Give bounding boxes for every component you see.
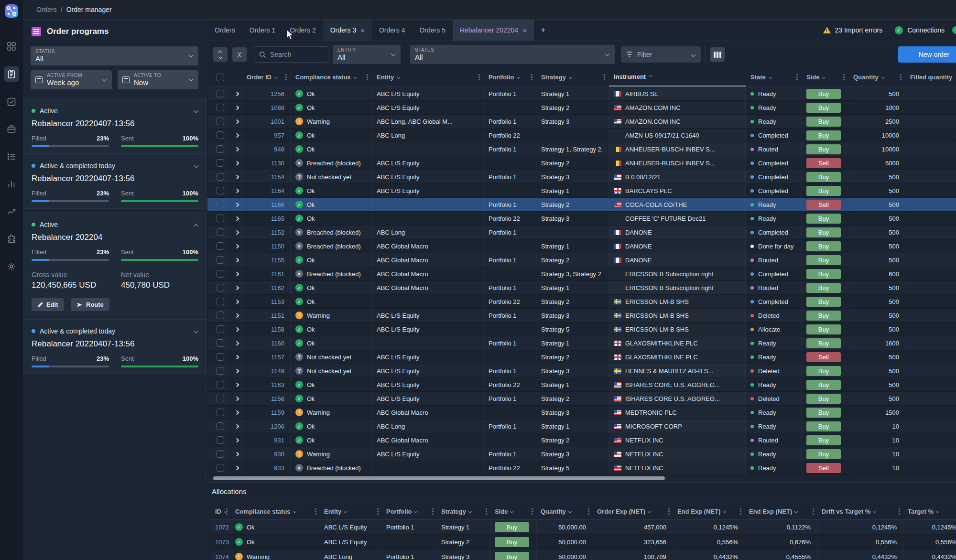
column-menu-icon[interactable] <box>843 76 845 78</box>
expand-row-icon[interactable] <box>235 438 239 442</box>
order-id-link[interactable]: 1001 <box>242 115 291 128</box>
table-row[interactable]: 1151 !Warning ABC L/S Equity Portfolio 1… <box>207 309 956 323</box>
order-id-link[interactable]: 1163 <box>242 378 291 391</box>
column-menu-icon[interactable] <box>813 511 814 512</box>
program-card-expanded[interactable]: Active Rebalancer 202204 Filled 23% Sent… <box>23 213 206 319</box>
expand-row-icon[interactable] <box>235 188 239 193</box>
row-checkbox[interactable] <box>217 145 224 153</box>
order-id-link[interactable]: 1149 <box>242 364 291 377</box>
column-menu-icon[interactable] <box>315 511 316 512</box>
order-id-link[interactable]: 1158 <box>242 323 291 336</box>
entity-filter[interactable]: ENTITY All <box>333 45 401 64</box>
order-id-link[interactable]: 1256 <box>242 87 291 100</box>
column-menu-icon[interactable] <box>377 511 379 512</box>
table-row[interactable]: 1152 ×Breached (blocked) ABC Long Portfo… <box>207 226 956 239</box>
expand-row-icon[interactable] <box>235 147 239 151</box>
tab-orders[interactable]: Orders <box>207 20 242 41</box>
nav-portfolio-icon[interactable] <box>4 121 19 137</box>
app-logo[interactable] <box>4 4 19 18</box>
row-checkbox[interactable] <box>217 409 224 416</box>
table-row[interactable]: 1157 ?Not checked yet ABC L/S Equity Str… <box>207 350 956 364</box>
close-tab-icon[interactable]: × <box>360 27 365 34</box>
column-header-quantity[interactable]: Quantity <box>848 68 905 86</box>
nav-tasks-icon[interactable] <box>4 94 19 109</box>
tab-orders-5[interactable]: Orders 5 <box>412 20 452 41</box>
table-row[interactable]: 1149 ?Not checked yet ABC L/S Equity Por… <box>207 364 956 378</box>
nav-plugins-icon[interactable] <box>4 231 19 247</box>
row-checkbox[interactable] <box>217 270 224 278</box>
table-row[interactable]: 1153 ✓Ok Portfolio 22 Strategy 2 ERICSSO… <box>207 295 956 309</box>
scrollbar-thumb[interactable] <box>213 476 665 480</box>
row-checkbox[interactable] <box>217 104 224 111</box>
order-id-link[interactable]: 1130 <box>242 156 291 170</box>
column-menu-icon[interactable] <box>432 511 434 512</box>
connections-status[interactable]: ✓ Connections <box>895 26 945 34</box>
table-row[interactable]: 1166 ✓Ok Portfolio 1 Strategy 2 COCA-COL… <box>207 198 956 212</box>
breadcrumb-root[interactable]: Orders <box>36 6 57 13</box>
filter-dropdown[interactable]: Filter <box>621 46 701 63</box>
column-menu-icon[interactable] <box>226 511 228 512</box>
table-row[interactable]: 1156 ✓Ok ABC L/S Equity Portfolio 1 Stra… <box>207 392 956 406</box>
column-settings-button[interactable] <box>710 47 725 62</box>
order-id-link[interactable]: 1151 <box>242 309 291 322</box>
tab-orders-1[interactable]: Orders 1 <box>242 20 282 41</box>
order-id-link[interactable]: 1150 <box>242 239 291 253</box>
active-to-filter[interactable]: ACTIVE TO Now <box>118 70 198 89</box>
column-menu-icon[interactable] <box>668 511 670 512</box>
row-checkbox[interactable] <box>217 395 224 402</box>
status-filter[interactable]: STATUS All <box>31 46 198 65</box>
column-header-end-exp-net-[interactable]: End Exp (NET) <box>674 503 745 519</box>
column-header-strategy[interactable]: Strategy <box>437 503 491 519</box>
expand-row-icon[interactable] <box>235 341 239 345</box>
expand-row-icon[interactable] <box>235 285 239 290</box>
table-row[interactable]: 1162 ✓Ok ABC Global Macro Portfolio 1 St… <box>207 281 956 295</box>
search-box[interactable] <box>254 46 328 63</box>
allocation-row[interactable]: 1073 ✓Ok ABC L/S Equity Strategy 2 Buy 5… <box>211 535 956 549</box>
expand-row-icon[interactable] <box>235 161 239 165</box>
row-checkbox[interactable] <box>217 256 224 264</box>
column-header-side[interactable]: Side <box>802 68 848 86</box>
nav-settings-icon[interactable] <box>4 259 19 274</box>
table-row[interactable]: 957 ✓Ok ABC Long Portfolio 22 AMZN US 09… <box>207 129 956 142</box>
row-checkbox[interactable] <box>217 201 224 208</box>
column-header-drift-vs-target-[interactable]: Drift vs Target % <box>818 503 904 519</box>
expand-row-icon[interactable] <box>235 410 239 415</box>
row-checkbox[interactable] <box>217 159 224 167</box>
allocation-row[interactable]: 1072 ✓Ok ABC L/S Equity Portfolio 1 Stra… <box>211 520 956 535</box>
nav-analytics-icon[interactable] <box>4 176 19 192</box>
table-row[interactable]: 930 !Warning ABC L/S Equity Portfolio 1 … <box>207 447 956 461</box>
column-header-side[interactable]: Side <box>491 503 537 519</box>
allocation-row[interactable]: 1074 !Warning ABC Long Portfolio 1 Strat… <box>211 549 956 560</box>
table-row[interactable]: 933 ×Breached (blocked) Portfolio 22 Str… <box>207 461 956 475</box>
column-menu-icon[interactable] <box>740 511 741 512</box>
column-menu-icon[interactable] <box>588 511 589 512</box>
expand-row-icon[interactable] <box>235 174 239 179</box>
order-id-link[interactable]: 933 <box>242 461 291 474</box>
table-row[interactable]: 1130 ×Breached (blocked) ABC L/S Equity … <box>207 156 956 170</box>
select-all-checkbox[interactable] <box>207 68 226 86</box>
program-card[interactable]: Active Rebalancer 20220407-13:56 Filled … <box>23 99 206 154</box>
order-id-link[interactable]: 1152 <box>242 226 291 239</box>
column-header-compliance-status[interactable]: Compliance status <box>291 68 372 86</box>
row-checkbox[interactable] <box>217 173 224 181</box>
expand-row-icon[interactable] <box>235 133 239 138</box>
tab-orders-4[interactable]: Orders 4 <box>372 20 412 41</box>
expand-row-icon[interactable] <box>235 313 239 318</box>
row-checkbox[interactable] <box>217 367 224 375</box>
column-header-filled-quantity[interactable]: Filled quantity <box>905 68 956 86</box>
row-checkbox[interactable] <box>217 228 224 236</box>
expand-row-icon[interactable] <box>235 258 239 262</box>
order-id-link[interactable]: 1154 <box>242 170 291 183</box>
expand-row-icon[interactable] <box>235 424 239 429</box>
row-checkbox[interactable] <box>217 450 224 458</box>
route-button[interactable]: Route <box>71 298 109 311</box>
row-checkbox[interactable] <box>217 298 224 305</box>
expand-row-icon[interactable] <box>235 230 239 235</box>
table-row[interactable]: 1158 ✓Ok ABC L/S Equity Strategy 5 ERICS… <box>207 323 956 336</box>
order-id-link[interactable]: 930 <box>242 447 291 461</box>
row-checkbox[interactable] <box>217 284 224 291</box>
column-header-state[interactable]: State <box>746 68 802 86</box>
allocation-id-link[interactable]: 1074 <box>211 549 231 560</box>
chevron-down-icon[interactable] <box>194 329 199 334</box>
column-header-end-exp-net-[interactable]: End Exp (NET) <box>745 503 818 519</box>
